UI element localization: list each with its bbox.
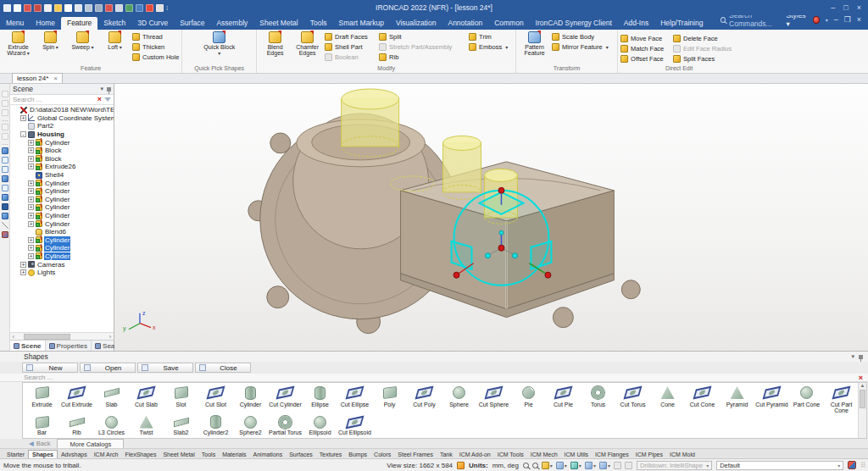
catalog-item[interactable]: L3 Circles — [94, 414, 129, 435]
maximize-button[interactable]: □ — [843, 3, 848, 12]
scene-tree-item[interactable]: + Cylinder — [10, 138, 114, 147]
tree-expander[interactable]: + — [28, 140, 34, 146]
catalog-tab[interactable]: Tank — [437, 451, 456, 458]
catalog-item[interactable]: Pie — [511, 384, 546, 407]
mini-toolbar-icon[interactable] — [2, 142, 8, 145]
resize-grip[interactable]: ⠿ — [860, 462, 865, 469]
scene-tree-item[interactable]: + Lights — [10, 269, 114, 277]
quick-access-icon[interactable] — [136, 4, 143, 12]
mini-toolbar-icon[interactable] — [2, 91, 8, 97]
pin-icon[interactable] — [859, 355, 863, 359]
catalog-item[interactable]: Rib — [59, 414, 94, 435]
doc-minimize-button[interactable]: – — [834, 15, 838, 24]
catalog-scrollbar[interactable]: ▲ — [858, 383, 866, 438]
tree-expander[interactable]: - — [20, 131, 26, 137]
scene-tree-item[interactable]: Blend6 — [10, 228, 114, 236]
tree-expander[interactable]: + — [28, 188, 34, 194]
tree-expander[interactable]: + — [28, 163, 34, 169]
ribbon-button[interactable]: Emboss — [469, 42, 513, 52]
ribbon-button[interactable]: Sweep — [67, 30, 98, 57]
catalog-tab[interactable]: Starter — [3, 451, 28, 458]
catalog-item[interactable]: Twist — [129, 414, 164, 435]
quick-access-icon[interactable] — [54, 4, 62, 12]
clear-search-icon[interactable]: × — [97, 96, 102, 103]
catalog-tab[interactable]: ICM Mech — [527, 451, 561, 458]
qat-more-icon[interactable]: ⁞ — [166, 4, 168, 12]
ribbon-button[interactable]: Thread — [132, 32, 179, 42]
catalog-item[interactable]: Ellipse — [303, 384, 337, 407]
ribbon-tab[interactable]: Surface — [174, 17, 210, 30]
ribbon-tab[interactable]: Visualization — [390, 17, 442, 30]
catalog-item[interactable]: Cone — [650, 384, 685, 407]
ribbon-tab[interactable]: 3D Curve — [131, 17, 174, 30]
catalog-item[interactable]: Slot — [164, 384, 198, 407]
tree-expander[interactable]: + — [28, 253, 34, 259]
ribbon-button[interactable]: Thicken — [132, 42, 179, 52]
quick-access-icon[interactable] — [3, 4, 11, 12]
ribbon-button[interactable]: Scale Body — [552, 32, 615, 42]
pin-icon[interactable] — [107, 87, 111, 91]
ribbon-tab[interactable]: Help/Training — [654, 17, 709, 30]
scene-tree-item[interactable]: + Cylinder — [10, 252, 114, 261]
catalog-tab[interactable]: ICM Arch — [91, 451, 122, 458]
scene-tree-item[interactable]: - Housing — [10, 130, 114, 139]
mini-toolbar-icon[interactable] — [2, 124, 8, 130]
catalog-tab[interactable]: Steel Frames — [394, 451, 437, 458]
document-close-icon[interactable]: × — [53, 75, 58, 82]
scene-tree-item[interactable]: + Global Coordinate System — [10, 114, 114, 123]
ribbon-tab[interactable]: Tools — [304, 17, 333, 30]
ribbon-button[interactable]: Rib — [379, 53, 467, 62]
status-icon[interactable] — [523, 463, 529, 468]
ribbon-tab[interactable]: Sheet Metal — [253, 17, 303, 30]
ribbon-button[interactable]: Extrude Wizard — [3, 30, 34, 57]
catalog-tab[interactable]: ICM Mold — [666, 451, 698, 458]
catalog-tab[interactable]: FlexShapes — [121, 451, 159, 458]
ribbon-button[interactable]: Boolean — [325, 53, 377, 62]
catalog-item[interactable]: Cut Slot — [198, 384, 233, 407]
scrollbar-thumb[interactable] — [24, 334, 70, 340]
tree-expander[interactable]: + — [28, 197, 34, 202]
catalog-item[interactable]: Torus — [581, 384, 615, 407]
ribbon-button[interactable]: Split — [379, 32, 467, 42]
catalog-item[interactable]: Cut Extrude — [59, 384, 94, 407]
ribbon-tab[interactable]: Home — [30, 17, 61, 30]
scene-tree-item[interactable]: + Block — [10, 155, 114, 163]
catalog-item[interactable]: Partial Torus — [268, 414, 303, 435]
catalog-item[interactable]: Cut Pyramid — [754, 384, 789, 407]
back-button[interactable]: ◀ Back — [22, 439, 57, 448]
quick-access-icon[interactable] — [24, 4, 31, 12]
catalog-item[interactable]: Slab — [94, 384, 129, 407]
ribbon-button[interactable]: Loft — [99, 30, 131, 57]
catalog-item[interactable]: Cylinder2 — [198, 414, 233, 435]
catalog-item[interactable]: Cut Cylinder — [268, 384, 303, 407]
ribbon-button[interactable]: Trim — [469, 32, 513, 42]
ribbon-button[interactable]: Edit Face Radius — [673, 44, 737, 53]
scene-tree-item[interactable]: + Cylinder — [10, 187, 114, 196]
panel-menu-icon[interactable]: ▾ — [851, 353, 854, 360]
tree-expander[interactable]: + — [28, 204, 34, 210]
filter-icon[interactable] — [104, 97, 111, 102]
scroll-right-icon[interactable]: › — [107, 334, 114, 340]
scene-tree-item[interactable]: + Cylinder — [10, 179, 114, 187]
quick-access-icon[interactable] — [105, 4, 113, 12]
minimize-button[interactable]: – — [831, 3, 835, 12]
catalog-item[interactable]: Extrude — [25, 384, 59, 407]
scroll-up-icon[interactable]: ▲ — [860, 383, 865, 388]
ribbon-tab[interactable]: Sketch — [97, 17, 131, 30]
more-catalogs-tab[interactable]: More Catalogs — [57, 439, 124, 448]
scene-tree-item[interactable]: + Cylinder — [10, 236, 114, 245]
panel-menu-icon[interactable]: ▾ — [100, 86, 103, 92]
quick-access-icon[interactable] — [125, 4, 133, 12]
status-icon[interactable] — [532, 463, 538, 468]
catalog-toolbar-button[interactable]: Close — [195, 363, 251, 373]
ribbon-button[interactable]: Blend Edges — [259, 30, 291, 57]
scene-tree-item[interactable]: + Cylinder — [10, 212, 114, 220]
status-icon[interactable] — [614, 462, 621, 469]
mini-toolbar-icon[interactable] — [2, 157, 8, 163]
catalog-item[interactable]: Cut Slab — [129, 384, 164, 407]
document-tab[interactable]: lesson 24* × — [12, 73, 63, 83]
scene-panel-tab[interactable]: Properties — [46, 341, 92, 351]
catalog-tab[interactable]: Tools — [198, 451, 219, 458]
catalog-item[interactable]: Cut Pie — [546, 384, 581, 407]
tree-expander[interactable]: + — [28, 156, 34, 162]
